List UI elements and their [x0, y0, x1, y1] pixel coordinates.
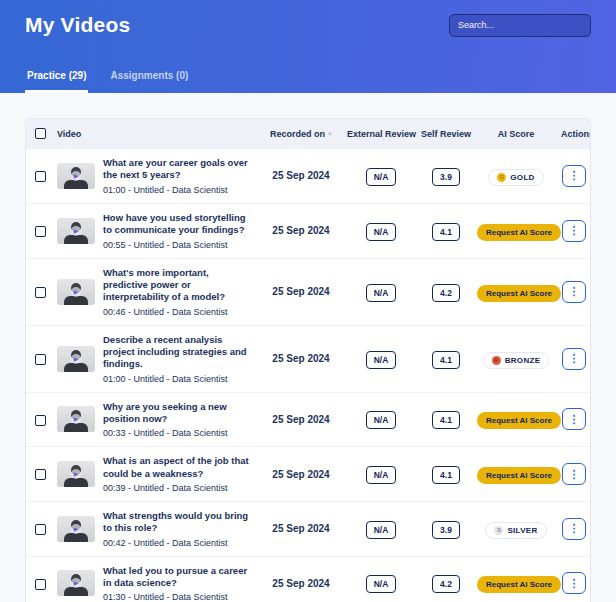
- video-thumbnail[interactable]: ▶: [57, 406, 95, 432]
- video-cell: ▶ What led you to pursue a career in dat…: [57, 565, 255, 602]
- col-actions: Actions: [558, 119, 590, 149]
- ai-score-label: GOLD: [510, 173, 534, 182]
- external-review-value[interactable]: N/A: [366, 466, 397, 484]
- video-text: What led you to pursue a career in data …: [103, 565, 255, 602]
- col-ai-score: AI Score: [474, 119, 558, 149]
- sort-icon[interactable]: ◆: [328, 130, 332, 136]
- row-checkbox[interactable]: [35, 415, 46, 426]
- video-title[interactable]: Why are you seeking a new position now?: [103, 401, 255, 426]
- video-title[interactable]: How have you used storytelling to commun…: [103, 212, 255, 237]
- row-checkbox[interactable]: [35, 469, 46, 480]
- ai-score-label: BRONZE: [505, 356, 541, 365]
- search-input[interactable]: [449, 14, 591, 37]
- play-icon[interactable]: ▶: [71, 354, 81, 364]
- recorded-on-value: 25 Sep 2024: [258, 258, 344, 325]
- video-thumbnail[interactable]: ▶: [57, 346, 95, 372]
- row-actions-button[interactable]: ⋮: [562, 463, 586, 485]
- external-review-value[interactable]: N/A: [366, 575, 397, 593]
- kebab-menu-icon: ⋮: [569, 286, 580, 297]
- video-title[interactable]: Describe a recent analysis project inclu…: [103, 334, 255, 371]
- video-meta: 01:00 - Untitled - Data Scientist: [103, 374, 255, 384]
- video-meta: 00:42 - Untitled - Data Scientist: [103, 538, 255, 548]
- play-icon[interactable]: ▶: [71, 414, 81, 424]
- video-thumbnail[interactable]: ▶: [57, 516, 95, 542]
- play-icon[interactable]: ▶: [71, 578, 81, 588]
- kebab-menu-icon: ⋮: [569, 578, 580, 589]
- kebab-menu-icon: ⋮: [569, 170, 580, 181]
- play-icon[interactable]: ▶: [71, 171, 81, 181]
- row-actions-button[interactable]: ⋮: [562, 281, 586, 303]
- row-checkbox[interactable]: [35, 524, 46, 535]
- external-review-value[interactable]: N/A: [366, 284, 397, 302]
- video-cell: ▶ What are your career goals over the ne…: [57, 157, 255, 195]
- video-title[interactable]: What led you to pursue a career in data …: [103, 565, 255, 590]
- row-checkbox[interactable]: [35, 579, 46, 590]
- row-actions-button[interactable]: ⋮: [562, 572, 586, 594]
- ai-score-cell: SSILVER: [474, 501, 558, 556]
- play-icon[interactable]: ▶: [71, 469, 81, 479]
- row-actions-button[interactable]: ⋮: [562, 165, 586, 187]
- recorded-on-value: 25 Sep 2024: [258, 447, 344, 502]
- video-thumbnail[interactable]: ▶: [57, 570, 95, 596]
- self-review-value[interactable]: 4.1: [432, 223, 460, 241]
- select-all-checkbox[interactable]: [35, 128, 46, 139]
- person-silhouette-body: [64, 533, 88, 542]
- external-review-value[interactable]: N/A: [366, 223, 397, 241]
- play-icon[interactable]: ▶: [71, 287, 81, 297]
- recorded-on-value: 25 Sep 2024: [258, 149, 344, 204]
- row-actions-button[interactable]: ⋮: [562, 408, 586, 430]
- video-title[interactable]: What is an aspect of the job that could …: [103, 455, 255, 480]
- ai-score-cell: Request AI Score: [474, 392, 558, 447]
- self-review-value[interactable]: 4.2: [432, 284, 460, 302]
- video-row: ▶ What is an aspect of the job that coul…: [26, 447, 590, 502]
- video-thumbnail[interactable]: ▶: [57, 218, 95, 244]
- tab-assignments[interactable]: Assignments (0): [108, 70, 190, 93]
- video-thumbnail[interactable]: ▶: [57, 163, 95, 189]
- self-review-value[interactable]: 3.9: [432, 168, 460, 186]
- recorded-on-value: 25 Sep 2024: [258, 392, 344, 447]
- video-title[interactable]: What's more important, predictive power …: [103, 267, 255, 304]
- main-content: Video Recorded on◆ External Review Self …: [0, 93, 616, 602]
- self-review-value[interactable]: 3.9: [432, 521, 460, 539]
- tab-practice[interactable]: Practice (29): [25, 70, 88, 93]
- ai-score-cell: Request AI Score: [474, 203, 558, 258]
- play-icon[interactable]: ▶: [71, 226, 81, 236]
- row-actions-button[interactable]: ⋮: [562, 348, 586, 370]
- row-checkbox[interactable]: [35, 226, 46, 237]
- row-checkbox[interactable]: [35, 287, 46, 298]
- row-checkbox[interactable]: [35, 171, 46, 182]
- self-review-value[interactable]: 4.2: [432, 575, 460, 593]
- request-ai-score-button[interactable]: Request AI Score: [477, 412, 561, 429]
- request-ai-score-button[interactable]: Request AI Score: [477, 576, 561, 593]
- row-checkbox[interactable]: [35, 354, 46, 365]
- col-recorded-on[interactable]: Recorded on◆: [258, 119, 344, 149]
- request-ai-score-button[interactable]: Request AI Score: [477, 467, 561, 484]
- video-cell: ▶ Why are you seeking a new position now…: [57, 401, 255, 439]
- external-review-value[interactable]: N/A: [366, 521, 397, 539]
- person-silhouette-body: [64, 363, 88, 372]
- self-review-value[interactable]: 4.1: [432, 411, 460, 429]
- external-review-value[interactable]: N/A: [366, 351, 397, 369]
- video-title[interactable]: What strengths would you bring to this r…: [103, 510, 255, 535]
- person-silhouette-body: [64, 478, 88, 487]
- ai-score-medal-badge: SSILVER: [485, 522, 546, 539]
- row-actions-button[interactable]: ⋮: [562, 220, 586, 242]
- play-icon[interactable]: ▶: [71, 524, 81, 534]
- video-row: ▶ Why are you seeking a new position now…: [26, 392, 590, 447]
- request-ai-score-button[interactable]: Request AI Score: [477, 224, 561, 241]
- video-thumbnail[interactable]: ▶: [57, 279, 95, 305]
- video-text: What are your career goals over the next…: [103, 157, 255, 195]
- person-silhouette-body: [64, 587, 88, 596]
- video-title[interactable]: What are your career goals over the next…: [103, 157, 255, 182]
- kebab-menu-icon: ⋮: [569, 225, 580, 236]
- row-actions-button[interactable]: ⋮: [562, 518, 586, 540]
- table-header-row: Video Recorded on◆ External Review Self …: [26, 119, 590, 149]
- request-ai-score-button[interactable]: Request AI Score: [477, 285, 561, 302]
- external-review-value[interactable]: N/A: [366, 411, 397, 429]
- video-thumbnail[interactable]: ▶: [57, 461, 95, 487]
- self-review-value[interactable]: 4.1: [432, 351, 460, 369]
- col-ai-score-label: AI Score: [498, 129, 535, 139]
- external-review-value[interactable]: N/A: [366, 168, 397, 186]
- medal-icon: B: [492, 356, 501, 365]
- self-review-value[interactable]: 4.1: [432, 466, 460, 484]
